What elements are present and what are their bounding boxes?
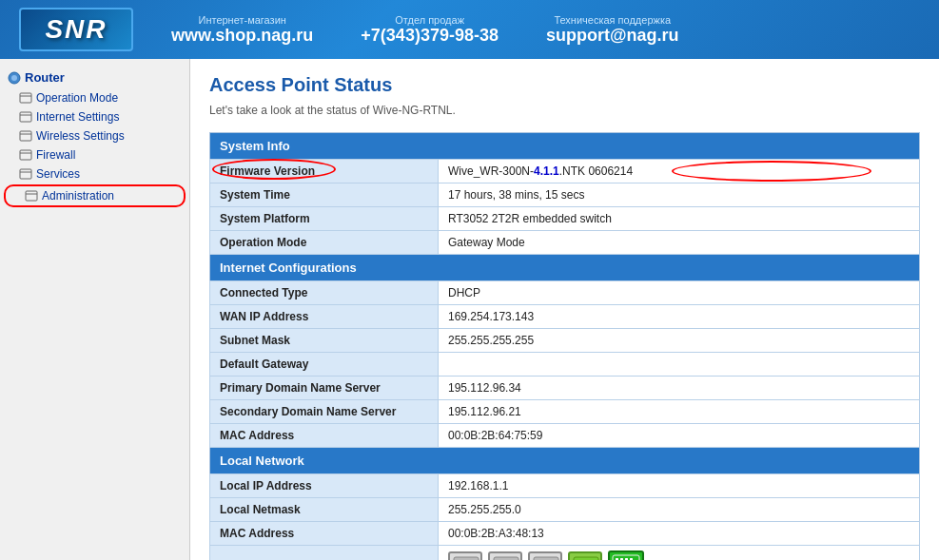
- main-layout: Router Operation Mode Internet Settings …: [0, 59, 939, 560]
- local-header: Local Network: [210, 448, 920, 474]
- primary-dns-value: 195.112.96.34: [439, 377, 920, 400]
- wan-ip-row: WAN IP Address 169.254.173.143: [210, 305, 920, 329]
- local-netmask-value: 255.255.255.0: [439, 498, 920, 522]
- mac-address-wan-row: MAC Address 00:0B:2B:64:75:59: [210, 424, 920, 448]
- port-status-value: WAN: [439, 546, 920, 561]
- sidebar-router[interactable]: Router: [0, 67, 189, 88]
- internet-header: Internet Configurations: [210, 255, 920, 281]
- svg-rect-2: [20, 93, 31, 103]
- secondary-dns-label: Secondary Domain Name Server: [210, 400, 439, 424]
- sidebar-item-firewall[interactable]: Firewall: [0, 145, 189, 164]
- operation-mode-row: Operation Mode Gateway Mode: [210, 231, 920, 255]
- local-header-row: Local Network: [210, 448, 920, 474]
- svg-rect-12: [26, 191, 37, 201]
- firewall-label: Firewall: [36, 148, 75, 162]
- info-table: System Info Firmware Version Wive_WR-300…: [209, 132, 920, 560]
- svg-rect-4: [20, 112, 31, 122]
- svg-point-1: [11, 75, 17, 81]
- port-3-icon: [528, 551, 562, 560]
- primary-dns-row: Primary Domain Name Server 195.112.96.34: [210, 377, 920, 400]
- firmware-label: Firmware Version: [210, 160, 439, 183]
- secondary-dns-value: 195.112.96.21: [439, 400, 920, 424]
- svg-rect-6: [20, 131, 31, 141]
- wireless-settings-label: Wireless Settings: [36, 129, 125, 143]
- port-status-label: Port Status: [210, 546, 439, 561]
- wan-ip-value: 169.254.173.143: [439, 305, 920, 329]
- secondary-dns-row: Secondary Domain Name Server 195.112.96.…: [210, 400, 920, 424]
- page-title: Access Point Status: [209, 74, 920, 96]
- system-platform-value: RT3052 2T2R embedded switch: [439, 207, 920, 231]
- port-2-icon: [488, 551, 522, 560]
- svg-rect-10: [20, 169, 31, 179]
- firmware-label-text: Firmware Version: [220, 164, 315, 178]
- internet-header-row: Internet Configurations: [210, 255, 920, 281]
- support-value: support@nag.ru: [546, 26, 679, 46]
- port-status-row: Port Status: [210, 546, 920, 561]
- local-mac-value: 00:0B:2B:A3:48:13: [439, 522, 920, 546]
- operation-mode-value: Gateway Mode: [439, 231, 920, 255]
- wan-ip-label: WAN IP Address: [210, 305, 439, 329]
- administration-label: Administration: [42, 189, 114, 203]
- system-info-header: System Info: [210, 133, 920, 160]
- logo: SNR: [19, 8, 133, 51]
- firmware-version-row: Firmware Version Wive_WR-300N-4.1.1.NTK …: [210, 160, 920, 183]
- local-ip-row: Local IP Address 192.168.1.1: [210, 474, 920, 498]
- contact-support: Техническая поддержка support@nag.ru: [546, 14, 679, 46]
- port-icons: WAN: [448, 550, 910, 560]
- default-gateway-label: Default Gateway: [210, 353, 439, 377]
- contact-shop: Интернет-магазин www.shop.nag.ru: [171, 14, 313, 46]
- system-time-label: System Time: [210, 183, 439, 207]
- wan-port-icon: WAN: [608, 550, 644, 560]
- connected-type-row: Connected Type DHCP: [210, 281, 920, 305]
- router-label: Router: [25, 70, 65, 85]
- operation-mode-label: Operation Mode: [36, 91, 118, 105]
- sidebar: Router Operation Mode Internet Settings …: [0, 59, 190, 560]
- sidebar-item-operation-mode[interactable]: Operation Mode: [0, 88, 189, 107]
- port-4-icon: [568, 551, 602, 560]
- firmware-value: Wive_WR-300N-4.1.1.NTK 0606214: [439, 160, 920, 183]
- local-netmask-label: Local Netmask: [210, 498, 439, 522]
- mac-address-wan-label: MAC Address: [210, 424, 439, 448]
- support-label: Техническая поддержка: [546, 14, 679, 26]
- system-platform-row: System Platform RT3052 2T2R embedded swi…: [210, 207, 920, 231]
- sales-label: Отдел продаж: [361, 14, 499, 26]
- logo-text: SNR: [45, 14, 107, 45]
- sidebar-item-services[interactable]: Services: [0, 164, 189, 183]
- mac-address-wan-value: 00:0B:2B:64:75:59: [439, 424, 920, 448]
- shop-label: Интернет-магазин: [171, 14, 313, 26]
- local-mac-label: MAC Address: [210, 522, 439, 546]
- services-label: Services: [36, 167, 80, 181]
- operation-mode-label: Operation Mode: [210, 231, 439, 255]
- header: SNR Интернет-магазин www.shop.nag.ru Отд…: [0, 0, 939, 59]
- sidebar-item-internet-settings[interactable]: Internet Settings: [0, 107, 189, 126]
- local-netmask-row: Local Netmask 255.255.255.0: [210, 498, 920, 522]
- port-1-icon: [448, 551, 482, 560]
- local-ip-label: Local IP Address: [210, 474, 439, 498]
- content-area: Access Point Status Let's take a look at…: [190, 59, 939, 560]
- default-gateway-value: [439, 353, 920, 377]
- sidebar-item-administration[interactable]: Administration: [4, 184, 186, 207]
- system-info-header-row: System Info: [210, 133, 920, 160]
- connected-type-label: Connected Type: [210, 281, 439, 305]
- sales-value: +7(343)379-98-38: [361, 26, 499, 46]
- subtitle: Let's take a look at the status of Wive-…: [209, 104, 920, 117]
- sidebar-item-wireless-settings[interactable]: Wireless Settings: [0, 126, 189, 145]
- firmware-text: Wive_WR-300N-4.1.1.NTK 0606214: [448, 164, 633, 178]
- system-platform-label: System Platform: [210, 207, 439, 231]
- local-mac-row: MAC Address 00:0B:2B:A3:48:13: [210, 522, 920, 546]
- primary-dns-label: Primary Domain Name Server: [210, 377, 439, 400]
- subnet-mask-label: Subnet Mask: [210, 329, 439, 353]
- system-time-row: System Time 17 hours, 38 mins, 15 secs: [210, 183, 920, 207]
- connected-type-value: DHCP: [439, 281, 920, 305]
- shop-value: www.shop.nag.ru: [171, 26, 313, 46]
- default-gateway-row: Default Gateway: [210, 353, 920, 377]
- svg-rect-8: [20, 150, 31, 160]
- internet-settings-label: Internet Settings: [36, 110, 119, 124]
- subnet-mask-row: Subnet Mask 255.255.255.255: [210, 329, 920, 353]
- contact-sales: Отдел продаж +7(343)379-98-38: [361, 14, 499, 46]
- system-time-value: 17 hours, 38 mins, 15 secs: [439, 183, 920, 207]
- local-ip-value: 192.168.1.1: [439, 474, 920, 498]
- subnet-mask-value: 255.255.255.255: [439, 329, 920, 353]
- header-contacts: Интернет-магазин www.shop.nag.ru Отдел п…: [171, 14, 920, 46]
